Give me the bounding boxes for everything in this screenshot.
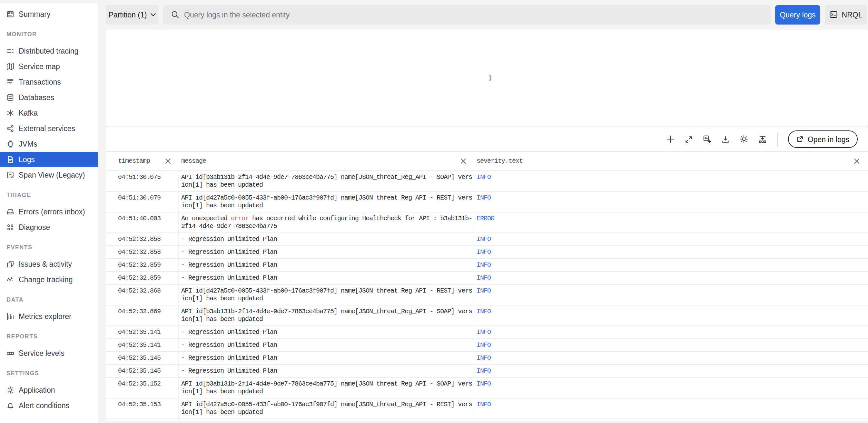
- sidebar-item-errors-errors-inbox[interactable]: Errors (errors inbox): [0, 204, 98, 220]
- sidebar-item-label: Issues & activity: [19, 260, 72, 268]
- log-message: API id[d427a5c0-0055-433f-ab00-176ac3f90…: [178, 192, 473, 212]
- sidebar-item-logs[interactable]: Logs: [0, 152, 98, 167]
- log-row[interactable]: 04:52:35.141- Regression Unlimited PlanI…: [106, 339, 868, 352]
- download-button[interactable]: [722, 135, 730, 143]
- sidebar-item-summary[interactable]: Summary: [0, 6, 98, 22]
- log-row[interactable]: 04:52:32.868API id[d427a5c0-0055-433f-ab…: [106, 285, 868, 306]
- nrql-label: NRQL: [842, 11, 863, 19]
- sidebar-item-label: Service map: [19, 63, 60, 70]
- sidebar-item-change-tracking[interactable]: Change tracking: [0, 272, 98, 287]
- sidebar-item-databases[interactable]: Databases: [0, 90, 98, 105]
- sidebar-item-jvms[interactable]: JVMs: [0, 136, 98, 152]
- sidebar-item-metrics-explorer[interactable]: Metrics explorer: [0, 309, 98, 324]
- log-severity: INFO: [473, 419, 868, 421]
- log-row[interactable]: 04:52:35.153API id[d427a5c0-0055-433f-ab…: [106, 398, 868, 419]
- sidebar-item-alert-conditions[interactable]: Alert conditions: [0, 398, 98, 413]
- search-input[interactable]: [184, 5, 771, 25]
- log-timestamp: 04:52:35.145: [106, 352, 178, 364]
- sidebar-section-triage: TRIAGE: [0, 187, 98, 203]
- log-message: - Regression Unlimited Plan: [178, 246, 473, 258]
- log-timestamp: 04:51:30.079: [106, 192, 178, 212]
- add-button[interactable]: [666, 135, 675, 143]
- log-severity: INFO: [473, 306, 868, 326]
- sidebar-item-kafka[interactable]: Kafka: [0, 105, 98, 121]
- column-divider: [473, 175, 473, 421]
- log-row[interactable]: 04:52:35.145- Regression Unlimited PlanI…: [106, 352, 868, 365]
- log-severity: INFO: [473, 378, 868, 398]
- log-row[interactable]: 04:52:32.859- Regression Unlimited PlanI…: [106, 259, 868, 272]
- application-icon: [6, 386, 14, 394]
- add-to-dashboard-icon: [703, 135, 712, 143]
- column-header-severity: severity.text: [473, 157, 868, 165]
- sidebar-item-label: Summary: [19, 10, 50, 18]
- sidebar-item-span-view-legacy[interactable]: Span View (Legacy): [0, 167, 98, 183]
- chevron-down-icon: [150, 13, 156, 17]
- sidebar-item-external-services[interactable]: External services: [0, 121, 98, 136]
- open-in-logs-button[interactable]: Open in logs: [788, 131, 858, 148]
- columns-button[interactable]: [759, 135, 767, 143]
- sidebar-item-label: Kafka: [19, 109, 38, 117]
- log-grid: timestampmessageseverity.text 04:51:30.0…: [106, 151, 868, 421]
- sidebar-section-events: EVENTS: [0, 239, 98, 255]
- log-timestamp: 04:52:35.141: [106, 326, 178, 338]
- sidebar-item-issues-activity[interactable]: Issues & activity: [0, 256, 98, 272]
- external-services-icon: [6, 124, 14, 132]
- log-row[interactable]: 04:52:35.152API id[b3ab131b-2f14-4d4e-9d…: [106, 378, 868, 398]
- settings-gear-icon: [740, 135, 748, 143]
- sidebar-item-label: Diagnose: [19, 223, 50, 231]
- log-row[interactable]: 04:51:40.003An unexpected error has occu…: [106, 213, 868, 233]
- span-view-icon: [6, 171, 14, 179]
- log-row[interactable]: 04:51:30.079API id[d427a5c0-0055-433f-ab…: [106, 192, 868, 213]
- expand-button[interactable]: [685, 135, 693, 143]
- log-timestamp: 04:52:32.858: [106, 246, 178, 258]
- sidebar-item-service-map[interactable]: Service map: [0, 59, 98, 74]
- sidebar-item-diagnose[interactable]: Diagnose: [0, 220, 98, 235]
- sidebar-item-label: Alert conditions: [19, 402, 69, 410]
- sidebar-item-label: JVMs: [19, 140, 37, 148]
- columns-icon: [759, 135, 767, 143]
- log-row[interactable]: 04:51:30.075API id[b3ab131b-2f14-4d4e-9d…: [106, 171, 868, 192]
- partition-dropdown[interactable]: Partition (1): [106, 5, 159, 25]
- log-row[interactable]: 04:52:32.858- Regression Unlimited PlanI…: [106, 246, 868, 259]
- nrql-button[interactable]: NRQL: [825, 5, 867, 25]
- log-message: API id[b3ab131b-2f14-4d4e-9de7-7863ce4ba…: [178, 306, 473, 326]
- log-message: - Regression Unlimited Plan: [178, 259, 473, 271]
- close-column-timestamp-button[interactable]: [165, 158, 171, 164]
- open-in-logs-label: Open in logs: [808, 135, 849, 143]
- sidebar-item-distributed-tracing[interactable]: Distributed tracing: [0, 43, 98, 59]
- add-to-dashboard-button[interactable]: [703, 135, 712, 143]
- sidebar-item-service-levels[interactable]: Service levels: [0, 345, 98, 361]
- close-column-severity-button[interactable]: [854, 158, 860, 164]
- log-message: - Regression Unlimited Plan: [178, 339, 473, 351]
- download-icon: [722, 135, 730, 143]
- log-message: - Regression Unlimited Plan: [178, 272, 473, 284]
- errors-inbox-icon: [6, 208, 14, 216]
- databases-icon: [6, 94, 14, 102]
- log-timestamp: 05:17:13.961: [106, 419, 178, 421]
- sidebar-section-more-views: MORE VIEWS: [0, 418, 98, 423]
- column-label: severity.text: [476, 157, 523, 165]
- log-row[interactable]: 04:52:32.869API id[b3ab131b-2f14-4d4e-9d…: [106, 306, 868, 326]
- log-row[interactable]: 05:17:13.961Obtained new file /usr/local…: [106, 419, 868, 421]
- log-timestamp: 04:52:32.868: [106, 285, 178, 305]
- sidebar-item-application[interactable]: Application: [0, 382, 98, 398]
- issues-activity-icon: [6, 260, 14, 268]
- log-message: API id[d427a5c0-0055-433f-ab00-176ac3f90…: [178, 285, 473, 305]
- sidebar-item-label: Distributed tracing: [19, 47, 79, 55]
- add-icon: [666, 135, 675, 143]
- log-message: API id[b3ab131b-2f14-4d4e-9de7-7863ce4ba…: [178, 378, 473, 398]
- search-icon: [170, 11, 179, 19]
- expand-icon: [685, 135, 693, 143]
- log-row[interactable]: 04:52:35.141- Regression Unlimited PlanI…: [106, 326, 868, 339]
- loading-spinner: [482, 73, 492, 83]
- sidebar-item-transactions[interactable]: Transactions: [0, 74, 98, 90]
- sidebar: SummaryMONITORDistributed tracingService…: [0, 3, 98, 423]
- query-logs-button[interactable]: Query logs: [775, 5, 820, 25]
- table-rows: 04:51:30.075API id[b3ab131b-2f14-4d4e-9d…: [106, 171, 868, 421]
- log-row[interactable]: 04:52:35.145- Regression Unlimited PlanI…: [106, 365, 868, 378]
- log-row[interactable]: 04:52:32.859- Regression Unlimited PlanI…: [106, 272, 868, 285]
- sidebar-item-label: External services: [19, 124, 75, 132]
- close-column-message-button[interactable]: [460, 158, 466, 164]
- settings-gear-button[interactable]: [740, 135, 748, 143]
- log-row[interactable]: 04:52:32.858- Regression Unlimited PlanI…: [106, 233, 868, 246]
